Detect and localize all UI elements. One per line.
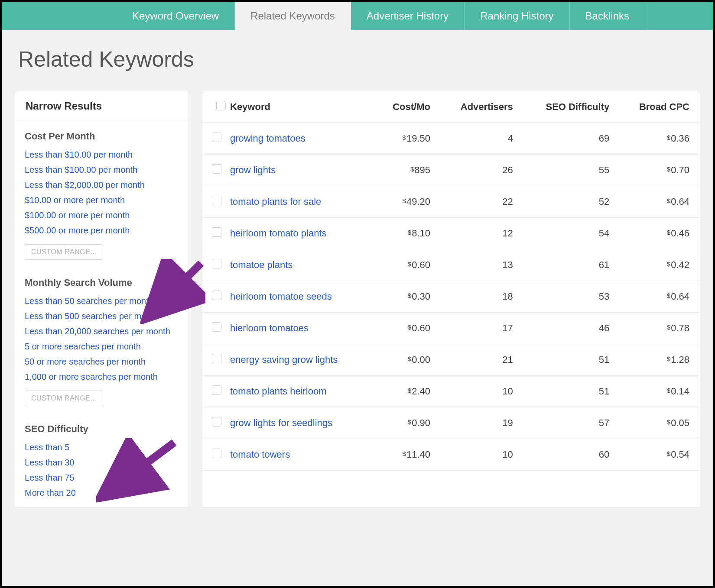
seo-cell: 61 — [523, 249, 620, 281]
table-row: grow lights$8952655$0.70 — [202, 155, 700, 186]
filter-link[interactable]: Less than 20,000 searches per month — [25, 324, 178, 339]
row-checkbox[interactable] — [212, 449, 221, 458]
filter-link[interactable]: Less than 50 searches per month — [25, 294, 178, 309]
cpc-cell: $0.78 — [620, 313, 700, 344]
seo-cell: 60 — [523, 439, 620, 471]
advertisers-cell: 10 — [441, 376, 523, 407]
row-checkbox[interactable] — [212, 417, 221, 426]
keyword-link[interactable]: hierloom tomatoes — [226, 313, 376, 344]
cost-cell: $8.10 — [376, 218, 441, 249]
cost-cell: $2.40 — [376, 376, 441, 407]
tab-ranking-history[interactable]: Ranking History — [465, 2, 569, 30]
seo-cell: 57 — [523, 407, 620, 439]
col-keyword[interactable]: Keyword — [226, 91, 376, 123]
row-checkbox[interactable] — [212, 291, 221, 300]
filter-link[interactable]: $100.00 or more per month — [25, 208, 178, 223]
table-row: tomatoe plants$0.601361$0.42 — [202, 249, 700, 281]
advertisers-cell: 17 — [441, 313, 523, 344]
row-checkbox[interactable] — [212, 259, 221, 268]
keyword-link[interactable]: heirloom tomato plants — [226, 218, 376, 249]
filter-title: SEO Difficulty — [25, 423, 178, 435]
filter-title: Cost Per Month — [25, 131, 178, 142]
filter-link[interactable]: Less than $2,000.00 per month — [25, 178, 178, 193]
cpc-cell: $0.36 — [620, 123, 700, 155]
seo-cell: 55 — [523, 155, 620, 186]
keyword-link[interactable]: growing tomatoes — [226, 123, 376, 155]
seo-cell: 51 — [523, 344, 620, 376]
keyword-link[interactable]: tomato plants heirloom — [226, 376, 376, 407]
tab-advertiser-history[interactable]: Advertiser History — [351, 2, 465, 30]
col-advertisers[interactable]: Advertisers — [441, 91, 523, 123]
table-row: hierloom tomatoes$0.601746$0.78 — [202, 313, 700, 344]
advertisers-cell: 12 — [441, 218, 523, 249]
cost-cell: $11.40 — [376, 439, 441, 471]
table-row: grow lights for seedlings$0.901957$0.05 — [202, 407, 700, 439]
advertisers-cell: 18 — [441, 281, 523, 313]
advertisers-cell: 22 — [441, 186, 523, 218]
select-all-checkbox[interactable] — [216, 101, 226, 110]
custom-range-button[interactable]: CUSTOM RANGE... — [25, 244, 103, 260]
keyword-link[interactable]: energy saving grow lights — [226, 344, 376, 376]
col-cpc[interactable]: Broad CPC — [620, 91, 700, 123]
tab-backlinks[interactable]: Backlinks — [570, 2, 645, 30]
row-checkbox[interactable] — [212, 164, 221, 174]
keyword-link[interactable]: tomato towers — [226, 439, 376, 471]
table-row: heirloom tomato plants$8.101254$0.46 — [202, 218, 700, 249]
cost-cell: $0.90 — [376, 407, 441, 439]
filter-group: SEO DifficultyLess than 5Less than 30Les… — [15, 413, 188, 507]
cost-cell: $0.30 — [376, 281, 441, 313]
filter-link[interactable]: Less than 75 — [25, 470, 178, 485]
filter-link[interactable]: 50 or more searches per month — [25, 354, 178, 369]
filter-group: Cost Per MonthLess than $10.00 per month… — [15, 120, 188, 267]
filter-link[interactable]: $10.00 or more per month — [25, 193, 178, 208]
advertisers-cell: 13 — [441, 249, 523, 281]
tab-related-keywords[interactable]: Related Keywords — [235, 2, 351, 30]
keyword-link[interactable]: heirloom tomatoe seeds — [226, 281, 376, 313]
filters-sidebar: Narrow Results Cost Per MonthLess than $… — [15, 91, 188, 508]
cpc-cell: $0.42 — [620, 249, 700, 281]
filter-link[interactable]: Less than 500 searches per month — [25, 309, 178, 324]
cpc-cell: $0.70 — [620, 155, 700, 186]
row-checkbox[interactable] — [212, 322, 221, 332]
col-cost[interactable]: Cost/Mo — [376, 91, 441, 123]
row-checkbox[interactable] — [212, 132, 221, 142]
row-checkbox[interactable] — [212, 196, 221, 205]
keyword-link[interactable]: tomato plants for sale — [226, 186, 376, 218]
seo-cell: 51 — [523, 376, 620, 407]
cpc-cell: $0.54 — [620, 439, 700, 471]
cost-cell: $0.60 — [376, 313, 441, 344]
advertisers-cell: 19 — [441, 407, 523, 439]
cost-cell: $19.50 — [376, 123, 441, 155]
filter-link[interactable]: Less than $100.00 per month — [25, 162, 178, 178]
row-checkbox[interactable] — [212, 227, 221, 237]
cost-cell: $895 — [376, 155, 441, 186]
tab-keyword-overview[interactable]: Keyword Overview — [117, 2, 235, 30]
seo-cell: 53 — [523, 281, 620, 313]
advertisers-cell: 26 — [441, 155, 523, 186]
table-row: heirloom tomatoe seeds$0.301853$0.64 — [202, 281, 700, 313]
cost-cell: $49.20 — [376, 186, 441, 218]
page-title: Related Keywords — [2, 30, 713, 82]
filter-link[interactable]: 5 or more searches per month — [25, 339, 178, 354]
filter-link[interactable]: Less than $10.00 per month — [25, 147, 178, 162]
col-seo[interactable]: SEO Difficulty — [523, 91, 620, 123]
keyword-link[interactable]: tomatoe plants — [226, 249, 376, 281]
filter-link[interactable]: $500.00 or more per month — [25, 223, 178, 238]
cpc-cell: $0.05 — [620, 407, 700, 439]
keyword-link[interactable]: grow lights — [226, 155, 376, 186]
row-checkbox[interactable] — [212, 385, 221, 395]
table-row: energy saving grow lights$0.002151$1.28 — [202, 344, 700, 376]
filter-link[interactable]: Less than 30 — [25, 455, 178, 470]
row-checkbox[interactable] — [212, 354, 221, 363]
custom-range-button[interactable]: CUSTOM RANGE... — [25, 391, 103, 406]
keyword-link[interactable]: grow lights for seedlings — [226, 407, 376, 439]
cpc-cell: $0.64 — [620, 281, 700, 313]
cpc-cell: $0.64 — [620, 186, 700, 218]
filter-link[interactable]: 1,000 or more searches per month — [25, 369, 178, 384]
nav-tabs: Keyword OverviewRelated KeywordsAdvertis… — [2, 2, 713, 30]
table-row: growing tomatoes$19.50469$0.36 — [202, 123, 700, 155]
filter-link[interactable]: More than 20 — [25, 485, 178, 501]
results-table: Keyword Cost/Mo Advertisers SEO Difficul… — [201, 91, 700, 508]
filter-title: Monthly Search Volume — [25, 277, 178, 288]
filter-link[interactable]: Less than 5 — [25, 440, 178, 455]
